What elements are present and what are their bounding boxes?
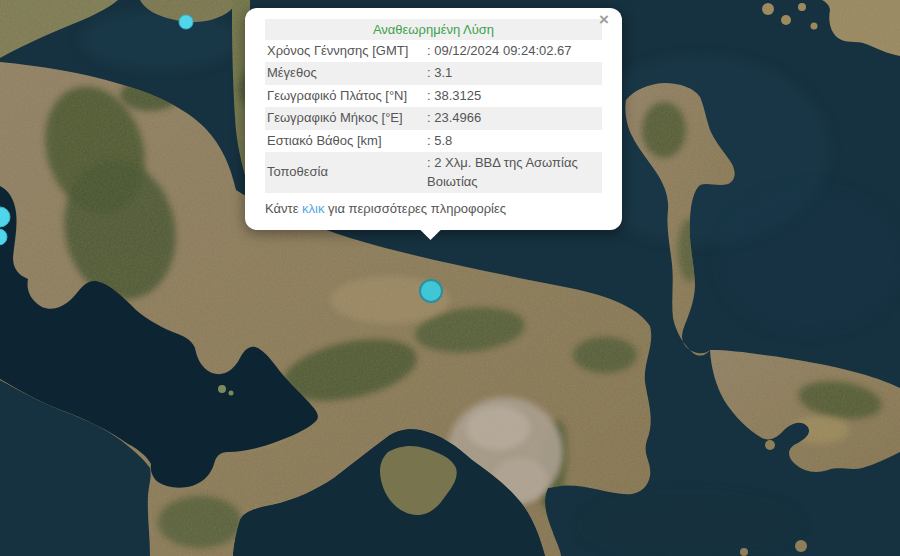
popup-footer: Κάντε κλικ για περισσότερες πληροφορίες — [265, 200, 602, 218]
row-label-longitude: Γεωγραφικό Μήκος [°E] — [265, 107, 421, 129]
row-value-depth: : 5.8 — [421, 130, 602, 152]
table-row: Χρόνος Γέννησης [GMT] : 09/12/2024 09:24… — [265, 40, 602, 62]
row-label-latitude: Γεωγραφικό Πλάτος [°N] — [265, 85, 421, 107]
earthquake-table: Αναθεωρημένη Λύση Χρόνος Γέννησης [GMT] … — [265, 19, 602, 193]
table-row: Γεωγραφικό Πλάτος [°N] : 38.3125 — [265, 85, 602, 107]
more-info-link[interactable]: κλικ — [302, 201, 324, 216]
row-label-depth: Εστιακό Βάθος [km] — [265, 130, 421, 152]
row-value-location: : 2 Χλμ. ΒΒΔ της Ασωπίας Βοιωτίας — [421, 152, 602, 193]
row-value-magnitude: : 3.1 — [421, 62, 602, 84]
close-icon[interactable]: × — [596, 12, 612, 28]
popup-title: Αναθεωρημένη Λύση — [265, 19, 602, 40]
row-value-latitude: : 38.3125 — [421, 85, 602, 107]
row-value-longitude: : 23.4966 — [421, 107, 602, 129]
quake-marker-north[interactable] — [179, 15, 193, 29]
popup-content: Αναθεωρημένη Λύση Χρόνος Γέννησης [GMT] … — [245, 8, 622, 230]
map-app-window: × Αναθεωρημένη Λύση Χρόνος Γέννησης [GMT… — [0, 0, 900, 556]
row-label-magnitude: Μέγεθος — [265, 62, 421, 84]
footer-text-prefix: Κάντε — [265, 201, 302, 216]
epicenter-marker[interactable] — [420, 280, 442, 302]
table-row: Γεωγραφικό Μήκος [°E] : 23.4966 — [265, 107, 602, 129]
earthquake-info-popup: × Αναθεωρημένη Λύση Χρόνος Γέννησης [GMT… — [245, 8, 622, 230]
table-row: Μέγεθος : 3.1 — [265, 62, 602, 84]
row-value-origin-time: : 09/12/2024 09:24:02.67 — [421, 40, 602, 62]
row-label-origin-time: Χρόνος Γέννησης [GMT] — [265, 40, 421, 62]
table-row: Τοποθεσία : 2 Χλμ. ΒΒΔ της Ασωπίας Βοιωτ… — [265, 152, 602, 193]
footer-text-suffix: για περισσότερες πληροφορίες — [324, 201, 506, 216]
table-row: Εστιακό Βάθος [km] : 5.8 — [265, 130, 602, 152]
row-label-location: Τοποθεσία — [265, 152, 421, 193]
